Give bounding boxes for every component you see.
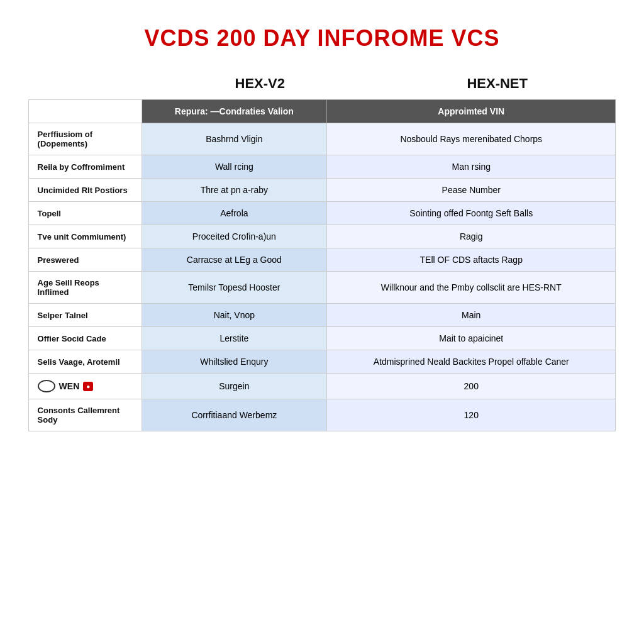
row-label-cell: Tve unit Commiument) bbox=[28, 225, 142, 248]
col-header-empty bbox=[28, 70, 142, 99]
row-label-cell: Selper Talnel bbox=[28, 304, 142, 327]
col-header-hexnet: HEX-NET bbox=[379, 70, 616, 99]
wen-label: WEN bbox=[59, 381, 80, 391]
hexnet-cell: 200 bbox=[327, 374, 616, 399]
hexv2-cell: Proceited Crofin-a)un bbox=[142, 225, 327, 248]
row-label-cell: Selis Vaage, Arotemil bbox=[28, 350, 142, 374]
table-row: Perffiusiom of (Dopements)Bashrnd Vligin… bbox=[28, 123, 616, 155]
table-row: WEN●Surgein200 bbox=[28, 374, 616, 399]
hexnet-cell: Willknour and the Pmby collsclit are HES… bbox=[327, 272, 616, 304]
page-title: VCDS 200 DAY INFOROME VCS bbox=[13, 25, 631, 52]
row-label-cell: Uncimided Rlt Postiors bbox=[28, 179, 142, 202]
hexnet-cell: 120 bbox=[327, 399, 616, 431]
hexv2-cell: Thre at pn a-raby bbox=[142, 179, 327, 202]
hexv2-cell: Corrfitiaand Werbemz bbox=[142, 399, 327, 431]
th-empty bbox=[28, 100, 142, 123]
hexv2-cell: Wall rcing bbox=[142, 155, 327, 179]
table-row: Selper TalnelNait, VnopMain bbox=[28, 304, 616, 327]
row-label-cell: WEN● bbox=[28, 374, 142, 399]
row-label-cell: Reila by Coffromiment bbox=[28, 155, 142, 179]
col-header-hexv2: HEX-V2 bbox=[142, 70, 379, 99]
table-header-row: Repura: —Condraties Valion Approimted VI… bbox=[28, 100, 616, 123]
table-row: Offier Socid CadeLerstiteMait to apaicin… bbox=[28, 327, 616, 350]
table-row: Selis Vaage, ArotemilWhiltslied EnquryAt… bbox=[28, 350, 616, 374]
table-row: Tve unit Commiument)Proceited Crofin-a)u… bbox=[28, 225, 616, 248]
comparison-table: Repura: —Condraties Valion Approimted VI… bbox=[28, 99, 616, 431]
hexv2-cell: Carracse at LEg a Good bbox=[142, 248, 327, 272]
row-label-cell: Consonts Callemrent Sody bbox=[28, 399, 142, 431]
hexv2-cell: Lerstite bbox=[142, 327, 327, 350]
hexnet-cell: Nosbould Rays merenibated Chorps bbox=[327, 123, 616, 155]
row-label-cell: Perffiusiom of (Dopements) bbox=[28, 123, 142, 155]
table-row: Reila by CoffromimentWall rcingMan rsing bbox=[28, 155, 616, 179]
logo-circle-icon bbox=[38, 380, 55, 392]
hexnet-cell: Mait to apaicinet bbox=[327, 327, 616, 350]
hexnet-cell: Pease Number bbox=[327, 179, 616, 202]
row-label-cell: Topell bbox=[28, 202, 142, 225]
logo-area: WEN● bbox=[38, 380, 133, 392]
table-row: Consonts Callemrent SodyCorrfitiaand Wer… bbox=[28, 399, 616, 431]
hexnet-cell: Ragig bbox=[327, 225, 616, 248]
hexnet-cell: Man rsing bbox=[327, 155, 616, 179]
table-row: TopellAefrolaSointing offed Foontg Seft … bbox=[28, 202, 616, 225]
th-hexv2: Repura: —Condraties Valion bbox=[142, 100, 327, 123]
hexnet-cell: Sointing offed Foontg Seft Balls bbox=[327, 202, 616, 225]
row-label-cell: Offier Socid Cade bbox=[28, 327, 142, 350]
hexv2-cell: Nait, Vnop bbox=[142, 304, 327, 327]
row-label-cell: Preswered bbox=[28, 248, 142, 272]
table-row: PresweredCarracse at LEg a GoodTEll OF C… bbox=[28, 248, 616, 272]
hexnet-cell: Atdmisprined Neald Backites Propel offab… bbox=[327, 350, 616, 374]
logo-rect-icon: ● bbox=[83, 382, 93, 391]
table-wrapper: HEX-V2 HEX-NET Repura: —Condraties Valio… bbox=[28, 70, 616, 431]
hexv2-cell: Temilsr Topesd Hooster bbox=[142, 272, 327, 304]
hexv2-cell: Aefrola bbox=[142, 202, 327, 225]
hexv2-cell: Surgein bbox=[142, 374, 327, 399]
hexnet-cell: TEll OF CDS aftacts Ragp bbox=[327, 248, 616, 272]
column-headers: HEX-V2 HEX-NET bbox=[28, 70, 616, 99]
hexv2-cell: Whiltslied Enqury bbox=[142, 350, 327, 374]
th-hexnet: Approimted VIN bbox=[327, 100, 616, 123]
table-body: Perffiusiom of (Dopements)Bashrnd Vligin… bbox=[28, 123, 616, 431]
hexnet-cell: Main bbox=[327, 304, 616, 327]
row-label-cell: Age Seill Reops Inflimed bbox=[28, 272, 142, 304]
table-row: Uncimided Rlt PostiorsThre at pn a-rabyP… bbox=[28, 179, 616, 202]
hexv2-cell: Bashrnd Vligin bbox=[142, 123, 327, 155]
table-row: Age Seill Reops InflimedTemilsr Topesd H… bbox=[28, 272, 616, 304]
